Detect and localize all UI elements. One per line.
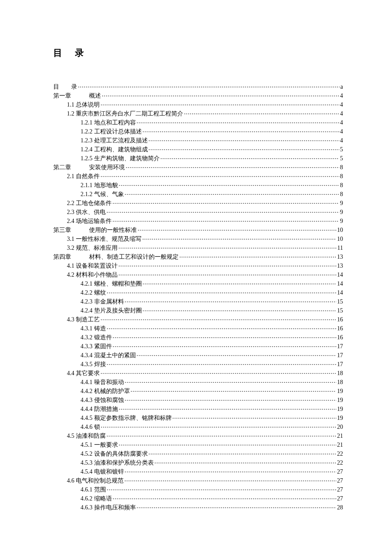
toc-label: 4.4.3 侵蚀和腐蚀 xyxy=(81,396,124,405)
toc-page-number: 16 xyxy=(337,315,343,324)
toc-label: 4.5.4 电镀和镀锌 xyxy=(81,467,124,476)
toc-page-number: 8 xyxy=(340,181,343,190)
toc-leader-dots xyxy=(143,127,340,133)
toc-leader-dots xyxy=(107,486,337,491)
toc-entry: 3.2 规范、标准应用11 xyxy=(53,243,343,252)
toc-leader-dots xyxy=(124,477,336,483)
toc-entry: 4.4.3 侵蚀和腐蚀19 xyxy=(53,396,343,405)
toc-label: 第一章 概述 xyxy=(53,91,101,100)
toc-entry: 4.1 设备和装置设计13 xyxy=(53,261,343,270)
toc-entry: 目 录a xyxy=(53,82,343,91)
title-char-1: 目 xyxy=(53,48,63,58)
toc-page-number: 19 xyxy=(337,405,343,413)
toc-entry: 4.2.2 螺纹14 xyxy=(53,288,343,297)
toc-page-number: 19 xyxy=(337,413,343,422)
toc-page-number: 27 xyxy=(337,485,343,494)
toc-entry: 2.1.2 气候、气象8 xyxy=(53,190,343,199)
toc-page-number: 10 xyxy=(337,234,343,243)
page-title: 目录 xyxy=(53,47,343,59)
toc-label: 4.2 材料和小件物品 xyxy=(67,270,118,279)
toc-entry: 4.5.2 设备的具体防腐要求22 xyxy=(53,449,343,458)
toc-entry: 第二章 安装使用环境8 xyxy=(53,163,343,172)
toc-leader-dots xyxy=(107,432,336,438)
toc-page-number: 17 xyxy=(337,360,343,369)
toc-leader-dots xyxy=(119,441,337,447)
toc-page-number: 27 xyxy=(337,476,343,485)
toc-page-number: 9 xyxy=(340,217,343,225)
toc-leader-dots xyxy=(179,253,336,259)
toc-leader-dots xyxy=(131,387,337,393)
toc-label: 4.6 电气和控制总规范 xyxy=(67,476,124,485)
toc-entry: 第三章 使用的一般性标准10 xyxy=(53,225,343,234)
toc-entry: 4.4.4 防潮措施19 xyxy=(53,405,343,413)
toc-entry: 1.2.4 工程构、建筑物组成5 xyxy=(53,145,343,154)
toc-leader-dots xyxy=(113,333,337,339)
toc-page-number: 22 xyxy=(337,449,343,458)
toc-page-number: 4 xyxy=(340,100,343,109)
toc-label: 3.2 规范、标准应用 xyxy=(67,243,118,252)
toc-leader-dots xyxy=(102,92,339,98)
toc-leader-dots xyxy=(125,468,337,474)
toc-page-number: 19 xyxy=(337,396,343,405)
toc-leader-dots xyxy=(78,83,340,89)
toc-leader-dots xyxy=(113,494,337,500)
toc-page-number: 21 xyxy=(337,431,343,440)
toc-page-number: 4 xyxy=(340,91,343,100)
toc-label: 4.3.2 锻造件 xyxy=(81,333,112,342)
toc-label: 4.5 油漆和防腐 xyxy=(67,431,106,440)
toc-entry: 4.2.4 垫片及接头密封圈15 xyxy=(53,306,343,315)
toc-label: 1.1 总体说明 xyxy=(67,100,100,109)
toc-entry: 4.6 电气和控制总规范27 xyxy=(53,476,343,485)
toc-entry: 4.4.5 额定参数指示牌、铭牌和标牌19 xyxy=(53,413,343,422)
toc-page-number: 13 xyxy=(337,252,343,261)
toc-page-number: 4 xyxy=(340,118,343,127)
toc-label: 3.1 一般性标准、规范及缩写 xyxy=(67,234,141,243)
toc-page-number: 10 xyxy=(337,225,343,234)
toc-leader-dots xyxy=(138,226,336,232)
toc-label: 2.2 工地仓储条件 xyxy=(67,199,112,208)
toc-entry: 4.3.4 混凝土中的紧固17 xyxy=(53,351,343,360)
toc-label: 4.3.1 铸造 xyxy=(81,324,106,333)
toc-leader-dots xyxy=(184,110,339,116)
toc-label: 目 录 xyxy=(53,82,77,91)
toc-page-number: 9 xyxy=(340,199,343,208)
toc-leader-dots xyxy=(125,396,337,402)
toc-label: 4.4.6 锁 xyxy=(81,422,100,431)
toc-label: 1.2.2 工程设计总体描述 xyxy=(81,127,142,136)
toc-leader-dots xyxy=(143,306,337,312)
toc-entry: 1.2.1 地点和工程内容4 xyxy=(53,118,343,127)
title-char-2: 录 xyxy=(75,48,85,58)
toc-leader-dots xyxy=(126,163,339,169)
toc-entry: 1.2.3 处理工艺流程及描述4 xyxy=(53,136,343,145)
toc-leader-dots xyxy=(161,154,340,160)
toc-page-number: 4 xyxy=(340,136,343,145)
toc-page-number: 19 xyxy=(337,387,343,396)
toc-label: 2.1.1 地形地貌 xyxy=(81,181,118,190)
toc-label: 2.3 供水、供电 xyxy=(67,208,106,217)
toc-leader-dots xyxy=(101,315,336,321)
toc-entry: 4.4.6 锁20 xyxy=(53,422,343,431)
toc-leader-dots xyxy=(113,342,337,348)
toc-entry: 4.3.1 铸造16 xyxy=(53,324,343,333)
toc-leader-dots xyxy=(149,145,340,151)
toc-entry: 第一章 概述4 xyxy=(53,91,343,100)
toc-entry: 1.2 重庆市黔江区舟白水厂二期工程工程简介4 xyxy=(53,109,343,118)
toc-entry: 4.5.1 一般要求21 xyxy=(53,440,343,449)
toc-page-number: 15 xyxy=(337,297,343,306)
toc-leader-dots xyxy=(101,369,336,375)
toc-entry: 4.6.3 操作电压和频率28 xyxy=(53,503,343,512)
toc-entry: 2.4 场地运输条件9 xyxy=(53,217,343,225)
toc-page-number: 8 xyxy=(340,190,343,199)
toc-leader-dots xyxy=(101,101,339,107)
toc-label: 第三章 使用的一般性标准 xyxy=(53,225,137,234)
toc-entry: 2.2 工地仓储条件9 xyxy=(53,199,343,208)
toc-leader-dots xyxy=(143,280,337,286)
toc-label: 4.3.5 焊接 xyxy=(81,360,106,369)
toc-leader-dots xyxy=(137,503,337,509)
toc-page-number: 16 xyxy=(337,324,343,333)
toc-page-number: 13 xyxy=(337,261,343,270)
toc-page-number: 15 xyxy=(337,306,343,315)
toc-entry: 4.5 油漆和防腐21 xyxy=(53,431,343,440)
toc-entry: 1.2.2 工程设计总体描述4 xyxy=(53,127,343,136)
toc-entry: 4.4.2 机械的防护罩19 xyxy=(53,387,343,396)
